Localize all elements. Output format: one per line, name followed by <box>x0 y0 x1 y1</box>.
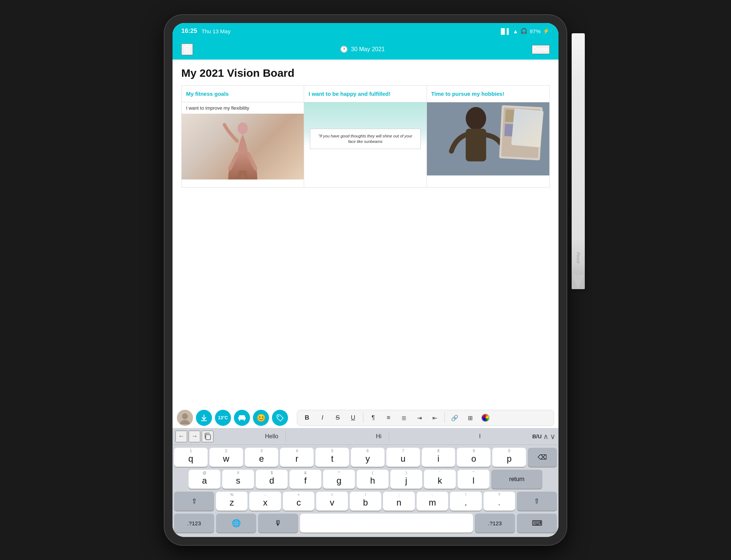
keyboard: 1q 2w 3e 4r 5t 6y 7u 8i 9o 0p ⌫ @a #s $d <box>173 445 558 537</box>
key-w[interactable]: 2w <box>209 448 243 467</box>
num-key-left[interactable]: .?123 <box>174 514 214 533</box>
key-m[interactable]: :m <box>417 492 448 511</box>
status-icons: ▐▌▌ ▲ 🎧 97% ⚡ <box>499 28 550 34</box>
return-key[interactable]: return <box>491 470 542 489</box>
col-header-happy: I want to be happy and fulfilled! <box>304 86 426 102</box>
pred-word-hi[interactable]: Hi <box>369 431 389 442</box>
svg-rect-3 <box>466 129 486 161</box>
floating-bar: 13°C 😊 <box>173 408 558 428</box>
key-n[interactable]: ;n <box>383 492 414 511</box>
chevron-down-icon[interactable]: ∨ <box>550 432 556 441</box>
indent-list-button[interactable]: ≣ <box>397 411 411 425</box>
indent-left-button[interactable]: ⇤ <box>428 411 442 425</box>
key-d[interactable]: $d <box>256 470 288 489</box>
trash-button[interactable] <box>181 43 193 55</box>
paragraph-button[interactable]: ¶ <box>366 411 380 425</box>
key-r[interactable]: 4r <box>280 448 314 467</box>
globe-key[interactable]: 🌐 <box>216 514 256 533</box>
col-text-fitness: I want to improve my flexibility <box>182 102 304 114</box>
mic-key[interactable]: 🎙 <box>258 514 298 533</box>
pred-words: Hello Hi I <box>216 431 529 442</box>
furniture-button[interactable] <box>234 410 250 426</box>
battery-icon: ⚡ <box>543 28 550 34</box>
weather-button[interactable]: 13°C <box>215 410 231 426</box>
shift-right-key[interactable]: ⇧ <box>517 492 557 511</box>
board-col-fitness: My fitness goals I want to improve my fl… <box>182 86 304 187</box>
key-u[interactable]: 7u <box>386 448 420 467</box>
table-button[interactable]: ⊞ <box>463 411 477 425</box>
fmt-separator-1 <box>363 413 363 423</box>
fmt-separator-2 <box>444 413 445 423</box>
col-body-happy: "If you have good thoughts they will shi… <box>304 102 426 187</box>
key-e[interactable]: 3e <box>245 448 279 467</box>
key-o[interactable]: 9o <box>457 448 491 467</box>
yoga-image <box>182 114 304 179</box>
shift-left-key[interactable]: ⇧ <box>174 492 214 511</box>
svg-rect-1 <box>427 102 549 175</box>
key-i[interactable]: 8i <box>422 448 455 467</box>
indent-right-button[interactable]: ⇥ <box>412 411 426 425</box>
status-time: 16:25 <box>181 27 197 35</box>
key-q[interactable]: 1q <box>174 448 208 467</box>
board-col-happy: I want to be happy and fulfilled! "If yo… <box>304 86 427 187</box>
key-comma[interactable]: !, <box>450 492 481 511</box>
key-z[interactable]: %z <box>216 492 247 511</box>
key-y[interactable]: 6y <box>351 448 385 467</box>
keyboard-row-2: @a #s $d &f *g (h )j 'k "l return <box>174 470 557 489</box>
strikethrough-button[interactable]: S <box>331 411 345 425</box>
keyboard-row-bottom: .?123 🌐 🎙 .?123 ⌨ <box>174 514 557 533</box>
board-col-hobbies: Time to pursue my hobbies! <box>427 86 549 187</box>
undo-button[interactable]: ← <box>175 431 187 442</box>
download-button[interactable] <box>196 410 212 426</box>
bold-button[interactable]: B <box>300 411 314 425</box>
page-title: My 2021 Vision Board <box>181 67 550 79</box>
key-j[interactable]: )j <box>390 470 422 489</box>
space-key[interactable] <box>300 514 473 533</box>
bold-underline-label: B/U <box>532 433 542 439</box>
key-s[interactable]: #s <box>222 470 254 489</box>
svg-point-9 <box>182 413 188 419</box>
keyboard-row-1: 1q 2w 3e 4r 5t 6y 7u 8i 9o 0p ⌫ <box>174 448 557 467</box>
clock-icon: 🕐 <box>340 45 348 53</box>
quote-text: "If you have good thoughts they will shi… <box>315 133 416 145</box>
key-t[interactable]: 5t <box>315 448 349 467</box>
keyboard-dismiss-key[interactable]: ⌨ <box>517 514 557 533</box>
svg-point-2 <box>466 107 486 130</box>
col-body-hobbies <box>427 102 549 187</box>
done-button[interactable]: Done <box>532 45 550 54</box>
key-l[interactable]: "l <box>458 470 489 489</box>
delete-key[interactable]: ⌫ <box>528 448 557 467</box>
link-button[interactable]: 🔗 <box>448 411 462 425</box>
num-key-right[interactable]: .?123 <box>475 514 515 533</box>
pencil-tip <box>572 275 585 289</box>
key-b[interactable]: /b <box>350 492 381 511</box>
svg-rect-11 <box>239 415 245 417</box>
key-h[interactable]: (h <box>357 470 389 489</box>
key-c[interactable]: +c <box>283 492 314 511</box>
key-a[interactable]: @a <box>189 470 220 489</box>
status-bar: 16:25 Thu 13 May ▐▌▌ ▲ 🎧 97% ⚡ <box>173 23 558 39</box>
key-p[interactable]: 0p <box>492 448 526 467</box>
key-period[interactable]: ?. <box>484 492 515 511</box>
copy-button[interactable] <box>202 431 213 442</box>
redo-button[interactable]: → <box>189 431 200 442</box>
pred-word-i[interactable]: I <box>472 431 488 442</box>
svg-rect-7 <box>504 124 538 138</box>
bullet-list-button[interactable]: ≡ <box>382 411 395 425</box>
avatar-button[interactable] <box>177 410 193 426</box>
color-button[interactable] <box>478 411 492 425</box>
key-f[interactable]: &f <box>289 470 321 489</box>
tag-button[interactable] <box>272 410 288 426</box>
key-v[interactable]: =v <box>316 492 348 511</box>
pred-word-hello[interactable]: Hello <box>258 431 286 442</box>
key-g[interactable]: *g <box>323 470 355 489</box>
key-x[interactable]: -x <box>249 492 281 511</box>
key-k[interactable]: 'k <box>424 470 456 489</box>
quote-card: "If you have good thoughts they will shi… <box>310 129 420 150</box>
underline-button[interactable]: U <box>346 411 360 425</box>
weather-text: 13°C <box>218 415 228 420</box>
emoji-button[interactable]: 😊 <box>253 410 269 426</box>
chevron-up-icon[interactable]: ∧ <box>543 432 549 441</box>
pred-left-controls: ← → <box>173 431 216 442</box>
italic-button[interactable]: I <box>315 411 329 425</box>
